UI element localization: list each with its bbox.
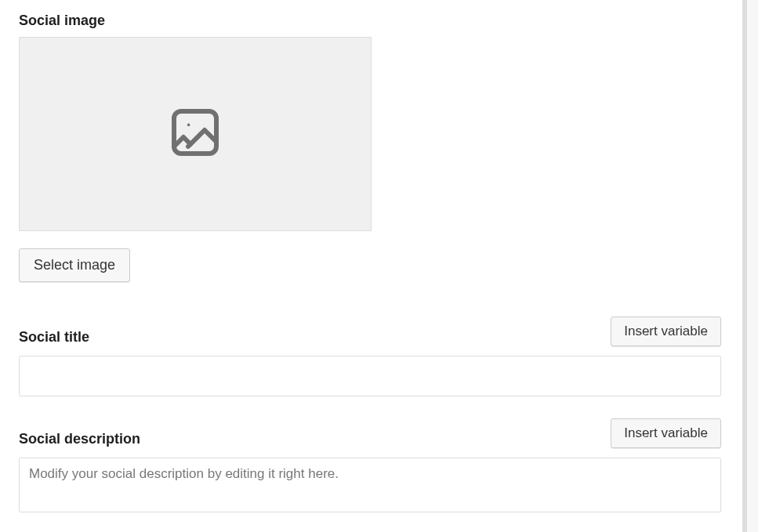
social-image-preview[interactable]: [19, 37, 372, 231]
social-title-input[interactable]: [19, 356, 721, 396]
svg-point-1: [187, 124, 190, 127]
select-image-button[interactable]: Select image: [19, 248, 130, 282]
scrollbar-track[interactable]: [747, 0, 758, 532]
social-description-section: Social description Insert variable: [19, 418, 721, 516]
insert-variable-description-button[interactable]: Insert variable: [611, 418, 721, 448]
social-title-section: Social title Insert variable: [19, 317, 721, 396]
image-placeholder-icon: [167, 104, 223, 164]
social-description-header: Social description Insert variable: [19, 418, 721, 448]
insert-variable-title-button[interactable]: Insert variable: [611, 317, 721, 346]
social-description-input[interactable]: [19, 458, 721, 512]
social-title-label: Social title: [19, 329, 89, 346]
social-image-label: Social image: [19, 13, 721, 29]
social-title-header: Social title Insert variable: [19, 317, 721, 346]
social-settings-panel: Social image Select image Social title I…: [0, 0, 740, 528]
social-image-section: Social image Select image: [19, 13, 721, 282]
social-description-label: Social description: [19, 431, 140, 447]
